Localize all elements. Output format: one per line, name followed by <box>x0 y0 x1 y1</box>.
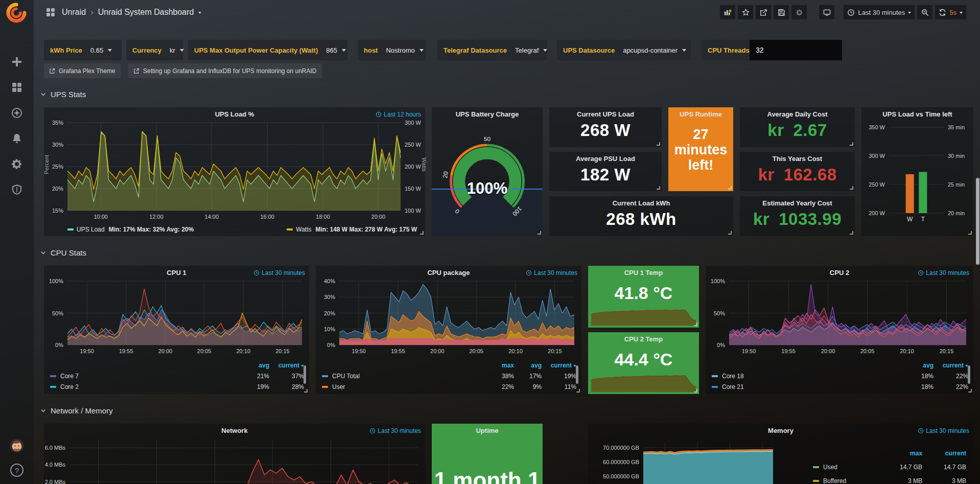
variable-host[interactable]: hostNostromo <box>358 40 426 60</box>
avatar[interactable] <box>9 438 25 453</box>
sidebar-item-explore[interactable] <box>10 106 24 120</box>
panel-title[interactable]: CPU 2 Temp <box>588 335 699 343</box>
breadcrumb-current[interactable]: Unraid System Dashboard <box>98 8 194 17</box>
sidebar-item-dashboards[interactable] <box>10 81 24 94</box>
resize-handle[interactable] <box>968 389 972 393</box>
row-header-cpu-stats[interactable]: CPU Stats <box>40 248 86 257</box>
panel-title[interactable]: This Years Cost <box>740 155 855 163</box>
variable-kwh-price[interactable]: kWh Price0.65 <box>44 40 122 60</box>
cpu-package-chart[interactable] <box>339 281 574 345</box>
legend-series[interactable]: Core 21 <box>712 383 902 390</box>
legend-header-avg[interactable]: avg <box>238 362 269 369</box>
breadcrumb-root[interactable]: Unraid <box>62 8 86 17</box>
chevron-down-icon[interactable] <box>198 12 201 15</box>
add-panel-button[interactable] <box>720 5 735 19</box>
resize-handle[interactable] <box>420 231 424 235</box>
cpu1-chart[interactable] <box>67 281 302 345</box>
panel-time-range[interactable]: Last 30 minutes <box>918 427 969 434</box>
legend-header-max[interactable]: max <box>484 362 514 369</box>
apps-grid-button[interactable] <box>44 6 57 19</box>
panel-title[interactable]: UPS Runtime <box>668 110 733 118</box>
resize-handle[interactable] <box>728 186 732 190</box>
panel-title[interactable]: Average PSU Load <box>549 155 662 163</box>
star-button[interactable] <box>738 5 753 19</box>
sidebar-item-server-admin[interactable] <box>10 183 24 196</box>
legend-header-current[interactable]: current <box>934 362 968 369</box>
resize-handle[interactable] <box>728 231 732 235</box>
legend-item-watts[interactable]: WattsMin: 148 W Max: 278 W Avg: 175 W <box>287 224 417 235</box>
resize-handle[interactable] <box>850 142 853 146</box>
panel-time-range[interactable]: Last 30 minutes <box>526 269 577 276</box>
network-chart[interactable] <box>69 440 418 484</box>
panel-title[interactable]: Memory <box>588 427 973 434</box>
sidebar-item-configuration[interactable] <box>10 157 24 171</box>
legend-header-avg[interactable]: avg <box>514 362 542 369</box>
legend-header-current[interactable]: current <box>269 362 304 369</box>
variable-currency[interactable]: Currencykr <box>126 40 183 60</box>
link-ups-monitoring-guide[interactable]: Setting up Grafana and InfluxDB for UPS … <box>128 63 322 78</box>
zoom-out-button[interactable] <box>917 5 932 19</box>
tv-mode-button[interactable] <box>819 5 834 19</box>
resize-handle[interactable] <box>850 231 853 235</box>
legend-header-max[interactable]: max <box>881 450 922 457</box>
panel-title[interactable]: UPS Load vs Time left <box>861 110 973 118</box>
panel-time-range[interactable]: Last 12 hours <box>376 111 421 118</box>
panel-title[interactable]: UPS Load % <box>44 110 425 118</box>
panel-title[interactable]: Current UPS Load <box>549 110 662 118</box>
row-header-network-memory[interactable]: Network / Memory <box>40 406 113 415</box>
share-button[interactable] <box>756 5 771 19</box>
legend-series[interactable]: Used <box>813 464 881 471</box>
grafana-logo[interactable] <box>6 3 27 23</box>
legend-series[interactable]: Core 7 <box>50 373 238 380</box>
ups-load-chart[interactable] <box>67 123 401 211</box>
panel-title[interactable]: Estimated Yearly Cost <box>740 199 855 207</box>
resize-handle[interactable] <box>850 186 853 190</box>
link-grafana-plex-theme[interactable]: Grafana Plex Theme <box>44 63 121 78</box>
legend-scrollbar[interactable] <box>968 365 970 384</box>
sidebar-item-create[interactable] <box>10 55 24 68</box>
cpu-threads-input[interactable] <box>750 40 842 60</box>
page-scrollbar[interactable] <box>976 178 979 265</box>
resize-handle[interactable] <box>538 231 541 235</box>
legend-series[interactable]: Buffered <box>813 477 881 484</box>
panel-time-range[interactable]: Last 30 minutes <box>369 427 421 434</box>
variable-telegraf-datasource[interactable]: Telegraf DatasourceTelegraf <box>437 40 547 60</box>
panel-title[interactable]: Uptime <box>432 427 543 434</box>
legend-series[interactable]: Core 2 <box>50 383 238 390</box>
resize-handle[interactable] <box>657 186 660 190</box>
variable-ups-datasource[interactable]: UPS Datasourceapcupsd-container <box>557 40 691 60</box>
legend-series[interactable]: User <box>322 383 484 390</box>
settings-button[interactable] <box>791 5 807 19</box>
panel-title[interactable]: Average Daily Cost <box>740 110 855 118</box>
row-header-ups-stats[interactable]: UPS Stats <box>40 90 86 99</box>
refresh-picker[interactable]: 5s <box>935 5 966 19</box>
battery-gauge[interactable]: 02050100 <box>437 123 538 228</box>
resize-handle[interactable] <box>694 389 697 393</box>
panel-time-range[interactable]: Last 30 minutes <box>253 269 305 276</box>
help-button[interactable]: ? <box>10 464 24 477</box>
legend-scrollbar[interactable] <box>576 365 578 384</box>
memory-chart[interactable] <box>643 442 773 484</box>
panel-title[interactable]: UPS Battery Charge <box>432 110 543 118</box>
legend-scrollbar[interactable] <box>304 365 306 384</box>
save-button[interactable] <box>774 5 789 19</box>
legend-series[interactable]: CPU Total <box>322 373 484 380</box>
bars-chart[interactable] <box>889 127 944 213</box>
legend-header-avg[interactable]: avg <box>902 362 934 369</box>
panel-time-range[interactable]: Last 30 minutes <box>918 269 969 276</box>
panel-title[interactable]: Network <box>44 427 425 434</box>
cpu2-chart[interactable] <box>729 281 966 345</box>
legend-series[interactable]: Core 18 <box>712 373 902 380</box>
legend-item-ups-load[interactable]: UPS LoadMin: 17% Max: 32% Avg: 20% <box>67 224 194 235</box>
resize-handle[interactable] <box>968 231 972 235</box>
variable-ups-max-power[interactable]: UPS Max Output Power Capacity (Watt)865 <box>188 40 347 60</box>
sidebar-item-alerting[interactable] <box>10 132 24 145</box>
resize-handle[interactable] <box>657 142 660 146</box>
panel-title[interactable]: Current Load kWh <box>549 199 733 207</box>
resize-handle[interactable] <box>576 389 580 393</box>
time-range-picker[interactable]: Last 30 minutes <box>844 5 915 19</box>
legend-header-current[interactable]: current <box>542 362 576 369</box>
resize-handle[interactable] <box>694 322 697 326</box>
panel-title[interactable]: CPU 1 Temp <box>588 269 699 276</box>
legend-header-current[interactable]: current <box>922 450 966 457</box>
